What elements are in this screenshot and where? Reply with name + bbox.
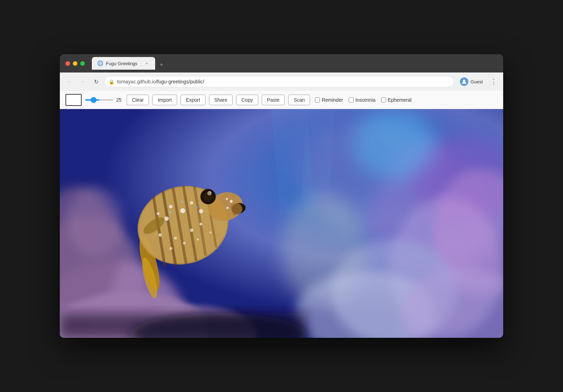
maximize-button[interactable] [80,61,85,66]
traffic-lights [65,61,85,66]
checkbox-group: Reminder Insomnia Ephemeral [315,97,411,103]
copy-button[interactable]: Copy [236,95,258,105]
ephemeral-checkbox[interactable] [381,97,386,102]
nav-bar: ← → ↻ 🔒 tomayac.github.io/fugu-greetings… [60,72,503,91]
reminder-label: Reminder [322,97,343,103]
clear-button[interactable]: Clear [127,95,149,105]
tab-bar: Fugu Greetings × + [92,57,166,70]
nav-right: Guest ⋮ [457,76,499,87]
minimize-button[interactable] [73,61,77,66]
url-display: tomayac.github.io/fugu-greetings/public/ [117,79,450,84]
brush-size-slider[interactable] [85,99,113,101]
address-bar[interactable]: 🔒 tomayac.github.io/fugu-greetings/publi… [104,76,454,87]
tab-title: Fugu Greetings [106,61,141,66]
browser-window: Fugu Greetings × + ← → ↻ 🔒 tomayac.githu… [60,54,503,338]
url-path: /fugu-greetings/public/ [156,79,204,84]
profile-label: Guest [470,79,483,84]
lock-icon: 🔒 [109,79,114,84]
url-base: tomayac.github.io [117,79,156,84]
paste-button[interactable]: Paste [262,95,285,105]
canvas-preview [65,94,82,106]
close-button[interactable] [65,61,70,66]
insomnia-checkbox-item[interactable]: Insomnia [349,97,375,103]
insomnia-checkbox[interactable] [349,97,354,102]
profile-button[interactable]: Guest [457,76,486,87]
tab-close-button[interactable]: × [144,61,150,66]
ephemeral-checkbox-item[interactable]: Ephemeral [381,97,412,103]
svg-point-9 [352,109,436,179]
slider-container: 25 [85,97,123,103]
reload-button[interactable]: ↻ [91,76,101,87]
fish-scene [60,109,503,338]
share-button[interactable]: Share [209,95,233,105]
slider-value: 25 [116,97,123,103]
export-button[interactable]: Export [181,95,205,105]
main-content [60,109,503,338]
scan-button[interactable]: Scan [288,95,310,105]
svg-rect-66 [302,109,334,198]
reminder-checkbox[interactable] [315,97,320,102]
browser-menu-button[interactable]: ⋮ [488,76,499,87]
profile-icon [460,77,468,86]
title-bar: Fugu Greetings × + [60,54,503,72]
forward-button[interactable]: → [77,76,88,87]
fish-image-container [60,109,503,338]
import-button[interactable]: Import [152,95,177,105]
tab-favicon [97,61,103,66]
ephemeral-label: Ephemeral [388,97,412,103]
new-tab-button[interactable]: + [157,60,166,70]
reminder-checkbox-item[interactable]: Reminder [315,97,343,103]
insomnia-label: Insomnia [355,97,375,103]
back-button[interactable]: ← [64,76,75,87]
toolbar: 25 Clear Import Export Share Copy Paste … [60,91,503,109]
active-tab[interactable]: Fugu Greetings × [92,57,155,70]
svg-point-64 [67,186,123,257]
